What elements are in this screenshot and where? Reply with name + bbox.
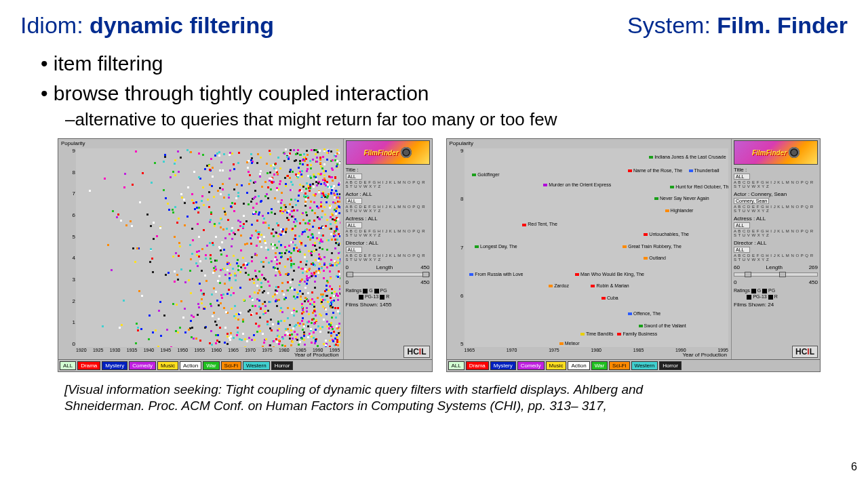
- genre-button-horror[interactable]: Horror: [659, 361, 682, 370]
- film-label[interactable]: Time Bandits: [580, 331, 614, 336]
- hcil-logo: HCIL: [792, 346, 818, 358]
- actress-value[interactable]: ALL: [734, 222, 750, 228]
- film-label[interactable]: Name of the Rose, The: [628, 168, 682, 173]
- actress-filter: Actress : ALL: [734, 216, 818, 222]
- film-label[interactable]: Highlander: [665, 208, 694, 213]
- filmfinder-logo: FilmFinder: [346, 140, 430, 165]
- film-label[interactable]: Red Tent, The: [522, 222, 557, 226]
- genre-button-western[interactable]: Western: [631, 361, 658, 370]
- film-label[interactable]: Goldfinger: [472, 172, 499, 177]
- system-title: System: Film. Finder: [627, 12, 848, 39]
- genre-button-war[interactable]: War: [203, 361, 219, 370]
- actress-value[interactable]: ALL: [346, 222, 362, 228]
- alpha-slider-actress[interactable]: A B C D E F G H I J K L M N O P Q R S T …: [346, 229, 430, 237]
- film-label[interactable]: Family Business: [617, 331, 657, 336]
- bullet-2: • browse through tightly coupled interac…: [41, 82, 868, 105]
- film-label[interactable]: Cuba: [601, 296, 618, 300]
- film-label[interactable]: Longest Day, The: [475, 244, 517, 249]
- y-axis-ticks: 9876543210: [60, 148, 75, 347]
- genre-bar: ALLDramaMysteryComedyMusicActionWarSci-F…: [58, 359, 432, 371]
- idiom-name: dynamic filtering: [90, 12, 274, 38]
- alpha-slider-director[interactable]: A B C D E F G H I J K L M N O P Q R S T …: [734, 253, 818, 262]
- genre-button-drama[interactable]: Drama: [77, 361, 100, 370]
- actor-value[interactable]: ALL: [346, 198, 362, 204]
- genre-button-all[interactable]: ALL: [60, 361, 76, 370]
- title-filter-value[interactable]: ALL: [346, 174, 362, 180]
- genre-button-action[interactable]: Action: [568, 361, 589, 370]
- genre-button-all[interactable]: ALL: [448, 361, 465, 370]
- genre-button-comedy[interactable]: Comedy: [517, 361, 545, 370]
- film-label[interactable]: Murder on the Orient Express: [543, 182, 611, 187]
- idiom-title: Idiom: dynamic filtering: [20, 12, 274, 39]
- alpha-slider-actor[interactable]: A B C D E F G H I J K L M N O P Q R S T …: [734, 205, 818, 213]
- director-filter: Director : ALL: [734, 240, 818, 246]
- films-shown-count: Films Shown: 1455: [346, 302, 430, 308]
- actor-value[interactable]: Connery, Sean: [734, 198, 769, 204]
- genre-button-music[interactable]: Music: [157, 361, 178, 370]
- alpha-slider[interactable]: A B C D E F G H I J K L M N O P Q R S T …: [346, 180, 430, 188]
- genre-button-comedy[interactable]: Comedy: [129, 361, 156, 370]
- film-label[interactable]: Indiana Jones & the Last Crusade: [649, 155, 726, 159]
- citation-text: [Visual information seeking: Tight coupl…: [0, 372, 719, 414]
- ratings-filter[interactable]: Ratings G PG PG-13 R: [734, 287, 818, 300]
- length-min: 60: [734, 264, 740, 270]
- genre-button-mystery[interactable]: Mystery: [102, 361, 127, 370]
- slide-header: Idiom: dynamic filtering System: Film. F…: [0, 0, 868, 39]
- film-label[interactable]: Robin & Marian: [591, 283, 629, 288]
- actor-filter: Actor : Connery, Sean: [734, 191, 818, 197]
- genre-button-music[interactable]: Music: [546, 361, 567, 370]
- film-label[interactable]: Untouchables, The: [644, 232, 689, 237]
- film-label[interactable]: Great Train Robbery, The: [623, 244, 682, 249]
- film-label[interactable]: Zardoz: [549, 283, 569, 288]
- idiom-prefix: Idiom:: [20, 12, 90, 38]
- film-label[interactable]: Never Say Never Again: [654, 196, 709, 201]
- director-value[interactable]: ALL: [734, 247, 750, 253]
- actress-filter: Actress : ALL: [346, 216, 430, 222]
- film-label[interactable]: Offence, The: [628, 311, 660, 316]
- title-filter-label: Title :: [734, 167, 818, 173]
- film-label[interactable]: From Russia with Love: [469, 272, 523, 277]
- plot-area[interactable]: GoldfingerIndiana Jones & the Last Crusa…: [465, 148, 729, 347]
- genre-button-action[interactable]: Action: [180, 361, 201, 370]
- length-label: Length: [766, 264, 783, 270]
- film-label[interactable]: Thunderball: [689, 168, 719, 173]
- genre-button-mystery[interactable]: Mystery: [490, 361, 516, 370]
- hcil-logo: HCIL: [403, 346, 429, 358]
- film-label[interactable]: Sword of the Valiant: [639, 323, 686, 328]
- genre-button-horror[interactable]: Horror: [271, 361, 294, 370]
- film-label[interactable]: Man Who Would Be King, The: [575, 272, 644, 277]
- length-label: Length: [376, 264, 393, 270]
- length-slider[interactable]: [346, 272, 430, 277]
- y-axis-ticks: 98765: [449, 148, 464, 347]
- alpha-slider-actress[interactable]: A B C D E F G H I J K L M N O P Q R S T …: [734, 229, 818, 237]
- genre-button-sci-fi[interactable]: Sci-Fi: [221, 361, 241, 370]
- genre-button-war[interactable]: War: [591, 361, 608, 370]
- filmfinder-panel-filtered: Popularity 98765 GoldfingerIndiana Jones…: [446, 138, 821, 372]
- length-max: 450: [420, 264, 429, 270]
- scatter-plot-filtered: Popularity 98765 GoldfingerIndiana Jones…: [447, 139, 732, 359]
- film-label[interactable]: Outland: [644, 256, 666, 260]
- title-filter-value[interactable]: ALL: [734, 174, 750, 180]
- y-axis-label: Popularity: [450, 140, 474, 146]
- plot-area[interactable]: [76, 148, 340, 347]
- film-reel-icon: [401, 147, 412, 158]
- length-min: 0: [346, 264, 349, 270]
- length-slider[interactable]: [734, 272, 818, 277]
- alpha-slider-director[interactable]: A B C D E F G H I J K L M N O P Q R S T …: [346, 253, 430, 262]
- alpha-slider-actor[interactable]: A B C D E F G H I J K L M N O P Q R S T …: [346, 205, 430, 213]
- length-max: 269: [809, 264, 818, 270]
- genre-button-western[interactable]: Western: [243, 361, 270, 370]
- x-axis-label: Year of Production: [682, 352, 727, 358]
- title-filter-label: Title :: [346, 167, 430, 173]
- filter-sidebar: FilmFinder Title : ALL A B C D E F G H I…: [732, 139, 820, 359]
- bullet-list: • item filtering • browse through tightl…: [0, 39, 868, 130]
- director-value[interactable]: ALL: [346, 247, 362, 253]
- alpha-slider[interactable]: A B C D E F G H I J K L M N O P Q R S T …: [734, 180, 818, 188]
- film-label[interactable]: Meteor: [559, 341, 580, 346]
- genre-button-drama[interactable]: Drama: [466, 361, 489, 370]
- filmfinder-logo: FilmFinder: [734, 140, 818, 165]
- ratings-filter[interactable]: Ratings G PG PG-13 R: [346, 287, 430, 300]
- film-label[interactable]: Hunt for Red October, The: [670, 184, 728, 189]
- genre-button-sci-fi[interactable]: Sci-Fi: [609, 361, 629, 370]
- director-filter: Director : ALL: [346, 240, 430, 246]
